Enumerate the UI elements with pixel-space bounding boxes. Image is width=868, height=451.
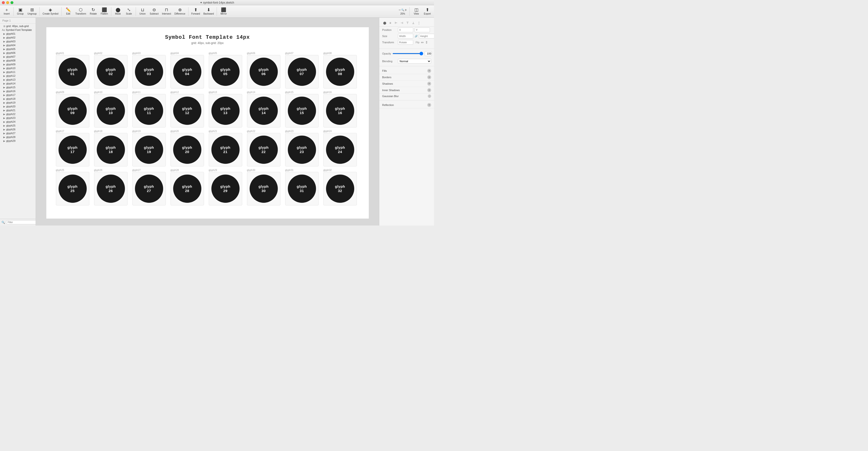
rotate-input[interactable] (398, 40, 413, 45)
glyph-box[interactable]: glyph 30 (247, 172, 280, 205)
intersect-button[interactable]: ⊓ Intersect (160, 7, 173, 16)
sidebar-item-glyph08[interactable]: ▶ glyph08 (0, 59, 36, 62)
glyph-box[interactable]: glyph 27 (132, 172, 166, 205)
sidebar-item-grid-item[interactable]: ⊞ grid: 40px, sub-grid (0, 24, 36, 28)
inner-shadows-row[interactable]: Inner Shadows + (379, 87, 434, 93)
sidebar-item-glyph06[interactable]: ▶ glyph06 (0, 51, 36, 55)
blending-select[interactable]: Normal (398, 59, 431, 64)
glyph-box[interactable]: glyph 31 (285, 172, 319, 205)
canvas-area[interactable]: Symbol Font Template 14px grid: 40px, su… (36, 18, 379, 225)
sidebar-item-glyph15[interactable]: ▶ glyph15 (0, 85, 36, 89)
zoom-minus-button[interactable]: − (399, 8, 401, 12)
mirror-button[interactable]: ⬛ Mirror (218, 7, 229, 16)
align-right-edge-icon[interactable]: ⊢ (394, 21, 398, 25)
align-left-icon[interactable]: ⬤ (382, 21, 387, 25)
scale-button[interactable]: ⤡ Scale (124, 7, 134, 16)
sidebar-item-glyph19[interactable]: ▶ glyph19 (0, 101, 36, 105)
zoom-plus-button[interactable]: + (405, 8, 407, 12)
lock-ratio-icon[interactable]: 🔗 (415, 35, 417, 37)
glyph-box[interactable]: glyph 17 (56, 133, 89, 166)
glyph-box[interactable]: glyph 15 (285, 94, 319, 128)
export-button[interactable]: ⬆ Export (422, 7, 433, 16)
glyph-box[interactable]: glyph 18 (94, 133, 128, 166)
glyph-box[interactable]: glyph 26 (94, 172, 128, 205)
sidebar-item-glyph29[interactable]: ▶ glyph29 (0, 139, 36, 143)
align-center-h-icon[interactable]: ⊣ (399, 21, 404, 25)
sidebar-item-glyph12[interactable]: ▶ glyph12 (0, 74, 36, 78)
shadows-row[interactable]: Shadows + (379, 81, 434, 87)
sidebar-item-glyph10[interactable]: ▶ glyph10 (0, 66, 36, 70)
sidebar-item-glyph01[interactable]: ▶ glyph01 (0, 32, 36, 36)
glyph-box[interactable]: glyph 20 (170, 133, 204, 166)
glyph-box[interactable]: glyph 22 (247, 133, 280, 166)
glyph-box[interactable]: glyph 10 (94, 94, 128, 128)
minimize-button[interactable] (6, 1, 9, 4)
reflection-add-button[interactable]: + (427, 103, 431, 107)
fills-add-button[interactable]: + (427, 69, 431, 73)
glyph-box[interactable]: glyph 25 (56, 172, 89, 205)
glyph-box[interactable]: glyph 09 (56, 94, 89, 128)
sidebar-item-glyph05[interactable]: ▶ glyph05 (0, 47, 36, 51)
sidebar-item-glyph16[interactable]: ▶ glyph16 (0, 89, 36, 93)
glyph-box[interactable]: glyph 24 (323, 133, 357, 166)
borders-add-button[interactable]: + (427, 75, 431, 79)
glyph-box[interactable]: glyph 21 (209, 133, 242, 166)
glyph-box[interactable]: glyph 14 (247, 94, 280, 128)
sidebar-item-glyph27[interactable]: ▶ glyph27 (0, 131, 36, 135)
sidebar-item-glyph22[interactable]: ▶ glyph22 (0, 112, 36, 116)
subtract-button[interactable]: ⊖ Subtract (148, 7, 160, 16)
height-input[interactable] (419, 34, 434, 38)
glyph-box[interactable]: glyph 01 (56, 55, 89, 88)
close-button[interactable] (2, 1, 5, 4)
borders-row[interactable]: Borders + (379, 74, 434, 81)
view-button[interactable]: ◫ View (411, 7, 422, 16)
maximize-button[interactable] (10, 1, 13, 4)
glyph-box[interactable]: glyph 32 (323, 172, 357, 205)
search-input[interactable] (6, 220, 36, 224)
glyph-box[interactable]: glyph 03 (132, 55, 166, 88)
glyph-box[interactable]: glyph 23 (285, 133, 319, 166)
difference-button[interactable]: ⊕ Difference (173, 7, 187, 16)
glyph-box[interactable]: glyph 07 (285, 55, 319, 88)
sidebar-item-glyph24[interactable]: ▶ glyph24 (0, 120, 36, 124)
y-input[interactable] (415, 28, 430, 32)
glyph-box[interactable]: glyph 29 (209, 172, 242, 205)
glyph-box[interactable]: glyph 13 (209, 94, 242, 128)
glyph-box[interactable]: glyph 08 (323, 55, 357, 88)
x-input[interactable] (398, 28, 413, 32)
edit-button[interactable]: ✏️ Edit (63, 7, 73, 16)
glyph-box[interactable]: glyph 19 (132, 133, 166, 166)
sidebar-item-glyph21[interactable]: ▶ glyph21 (0, 108, 36, 112)
create-symbol-button[interactable]: ◈ Create Symbol (41, 7, 60, 16)
glyph-box[interactable]: glyph 04 (170, 55, 204, 88)
ungroup-button[interactable]: ⊞ Ungroup (26, 7, 38, 16)
align-list-icon[interactable]: ≡ (388, 21, 393, 25)
fills-row[interactable]: Fills + (379, 68, 434, 74)
glyph-box[interactable]: glyph 05 (209, 55, 242, 88)
glyph-box[interactable]: glyph 16 (323, 94, 357, 128)
inner-shadows-add-button[interactable]: + (427, 88, 431, 92)
opacity-slider[interactable] (393, 53, 423, 54)
sidebar-item-glyph04[interactable]: ▶ glyph04 (0, 43, 36, 47)
sidebar-item-template-item[interactable]: Aa Symbol Font Template (0, 28, 36, 32)
width-input[interactable] (398, 34, 413, 38)
glyph-box[interactable]: glyph 06 (247, 55, 280, 88)
insert-button[interactable]: ＋ Insert (1, 7, 12, 16)
flip-h-icon[interactable]: ⇔ (421, 40, 424, 44)
flip-v-icon[interactable]: ⇕ (425, 40, 428, 44)
align-middle-icon[interactable]: ⊥ (411, 21, 415, 25)
sidebar-item-glyph02[interactable]: ▶ glyph02 (0, 36, 36, 39)
forward-button[interactable]: ⬆ Forward (190, 7, 202, 16)
sidebar-item-glyph07[interactable]: ▶ glyph07 (0, 55, 36, 59)
backward-button[interactable]: ⬇ Backward (202, 7, 215, 16)
distribute-icon[interactable]: ⋮ (416, 21, 421, 25)
sidebar-item-glyph18[interactable]: ▶ glyph18 (0, 97, 36, 101)
sidebar-item-glyph20[interactable]: ▶ glyph20 (0, 105, 36, 108)
flatten-button[interactable]: ⬛ Flatten (99, 7, 110, 16)
glyph-box[interactable]: glyph 12 (170, 94, 204, 128)
sidebar-item-glyph03[interactable]: ▶ glyph03 (0, 39, 36, 43)
transform-button[interactable]: ⬡ Transform (74, 7, 88, 16)
shadows-add-button[interactable]: + (427, 82, 431, 86)
opacity-value[interactable] (425, 51, 432, 56)
align-top-icon[interactable]: ⊤ (405, 21, 410, 25)
